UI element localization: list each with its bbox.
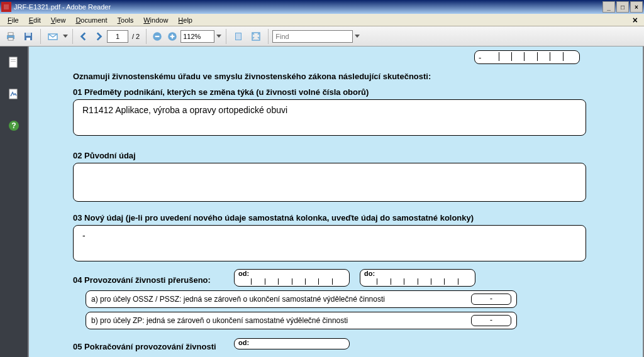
sign-panel-icon[interactable] [5,85,23,103]
fit-width-button[interactable] [230,28,247,45]
separator [226,29,226,44]
svg-rect-16 [9,57,17,67]
svg-rect-2 [8,33,13,35]
window-title: JRF-E1321.pdf - Adobe Reader [14,3,602,11]
zoom-in-button[interactable] [165,30,179,43]
svg-rect-14 [236,33,241,40]
section-03-value: - [82,231,86,241]
doc-close-button[interactable]: × [629,15,641,25]
section-04-od-field: od: [234,269,350,287]
do-label: do: [364,270,375,277]
separator [268,29,269,44]
zoom-dropdown[interactable] [216,35,222,38]
menu-tools[interactable]: Tools [113,15,139,25]
section-02-field [73,163,586,202]
pages-panel-icon[interactable] [5,54,23,72]
section-04-row: 04 Provozování živnosti přerušeno: od: d… [73,269,586,287]
menu-window[interactable]: Window [138,15,173,25]
find-input[interactable] [272,30,353,43]
section-05-row: 05 Pokračování provozování živnosti od: [73,338,586,351]
zoom-out-button[interactable] [150,30,164,43]
section-04-label: 04 Provozování živnosti přerušeno: [73,269,224,285]
section-04b-value: - [471,315,511,326]
section-04-do-field: do: [360,269,475,287]
prev-page-button[interactable] [77,30,91,43]
page-number-input[interactable] [107,30,128,43]
toolbar: / 2 [0,26,644,47]
fit-page-button[interactable] [248,28,264,45]
menu-file[interactable]: File [3,15,24,25]
menu-help[interactable]: Help [173,15,197,25]
svg-rect-6 [26,38,30,40]
separator [40,29,41,44]
section-01-field: R11412 Aplikace, výroba a opravy ortoped… [73,99,586,136]
svg-rect-3 [8,38,13,40]
next-page-button[interactable] [92,30,106,43]
top-tick-field: - [474,50,580,64]
section-01-label: 01 Předměty podnikání, kterých se změna … [73,87,586,97]
print-button[interactable] [3,28,19,45]
maximize-button[interactable]: □ [616,1,629,13]
minimize-button[interactable]: _ [602,1,615,13]
form-heading: Oznamuji živnostenskému úřadu ve smyslu … [73,72,586,81]
menubar: File Edit View Document Tools Window Hel… [0,14,644,26]
svg-text:?: ? [11,121,16,130]
svg-rect-18 [11,61,16,62]
section-05-label: 05 Pokračování provozování živnosti [73,338,224,351]
section-04b-text: b) pro účely ZP: jedná se zároveň o ukon… [91,316,471,325]
save-button[interactable] [20,28,36,45]
section-05-od-field: od: [234,338,350,349]
email-button[interactable] [45,28,61,45]
section-01-value: R11412 Aplikace, výroba a opravy ortoped… [82,105,287,115]
find-dropdown[interactable] [354,35,360,38]
document-area[interactable]: - Oznamuji živnostenskému úřadu ve smysl… [28,47,644,357]
sidebar: ? [0,47,28,357]
od-label: od: [238,270,249,277]
page-total: / 2 [132,33,140,40]
close-button[interactable]: × [630,1,643,13]
section-03-label: 03 Nový údaj (je-li pro uvedení nového ú… [73,213,586,222]
section-04b-box: b) pro účely ZP: jedná se zároveň o ukon… [86,312,517,329]
titlebar: JRF-E1321.pdf - Adobe Reader _ □ × [0,0,644,14]
separator [72,29,73,44]
zoom-input[interactable] [180,30,214,43]
section-04a-box: a) pro účely OSSZ / PSSZ: jedná se zárov… [86,290,517,308]
section-04a-value: - [471,294,511,305]
svg-rect-9 [155,35,160,36]
od-label-2: od: [238,339,249,346]
top-tick-value: - [479,53,481,62]
email-dropdown[interactable] [62,35,69,38]
pdf-page: - Oznamuji živnostenskému úřadu ve smysl… [29,47,643,357]
app-icon [1,2,11,12]
menu-view[interactable]: View [46,15,71,25]
svg-rect-5 [26,33,31,36]
section-02-label: 02 Původní údaj [73,151,586,160]
svg-rect-12 [172,34,173,38]
svg-rect-17 [11,59,16,60]
help-icon[interactable]: ? [5,117,23,135]
separator [146,29,147,44]
menu-edit[interactable]: Edit [24,15,46,25]
section-03-field: - [73,225,586,261]
menu-document[interactable]: Document [70,15,112,25]
section-04a-text: a) pro účely OSSZ / PSSZ: jedná se zárov… [91,295,471,304]
